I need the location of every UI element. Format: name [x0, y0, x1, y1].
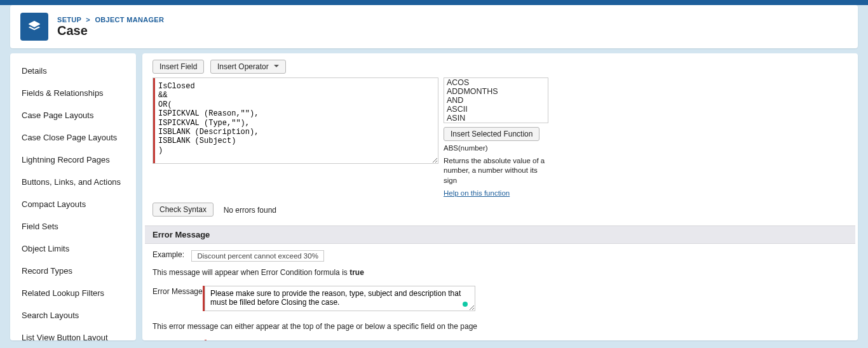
sidebar-item-lightning-pages[interactable]: Lightning Record Pages — [10, 149, 136, 171]
appear-note: This message will appear when Error Cond… — [145, 265, 855, 283]
function-item[interactable]: ADDMONTHS — [444, 87, 548, 96]
function-panel: ACOS ADDMONTHS AND ASCII ASIN Insert Sel… — [444, 77, 548, 197]
sidebar-item-related-lookup[interactable]: Related Lookup Filters — [10, 282, 136, 304]
help-on-function-link[interactable]: Help on this function — [444, 189, 510, 197]
object-icon — [20, 13, 48, 41]
syntax-result: No errors found — [224, 206, 276, 215]
sidebar-item-fields[interactable]: Fields & Relationships — [10, 82, 136, 104]
formula-toolbar: Insert Field Insert Operator — [145, 56, 855, 77]
required-indicator — [153, 78, 155, 163]
breadcrumb: SETUP > OBJECT MANAGER — [57, 16, 164, 23]
function-item[interactable]: AND — [444, 96, 548, 105]
error-message-label: Error Message — [153, 286, 205, 296]
sidebar-item-details[interactable]: Details — [10, 60, 136, 82]
layers-icon — [27, 20, 41, 34]
sidebar-item-listview-button[interactable]: List View Button Layout — [10, 326, 136, 340]
required-indicator — [203, 286, 205, 311]
app-top-bar — [0, 0, 868, 5]
example-label: Example: — [153, 250, 184, 259]
sidebar: Details Fields & Relationships Case Page… — [10, 53, 136, 340]
function-signature: ABS(number) — [444, 144, 548, 154]
sidebar-item-compact-layouts[interactable]: Compact Layouts — [10, 193, 136, 215]
error-location-label: Error Location — [153, 340, 205, 340]
sidebar-item-record-types[interactable]: Record Types — [10, 260, 136, 282]
sidebar-item-buttons-links[interactable]: Buttons, Links, and Actions — [10, 171, 136, 193]
insert-field-button[interactable]: Insert Field — [153, 60, 204, 74]
required-indicator — [205, 340, 207, 340]
main-panel: Insert Field Insert Operator ACOS ADDMON… — [142, 53, 858, 340]
formula-textarea[interactable] — [153, 77, 438, 164]
function-item[interactable]: ASIN — [444, 114, 548, 123]
sidebar-item-case-page-layouts[interactable]: Case Page Layouts — [10, 104, 136, 126]
function-item[interactable]: ASCII — [444, 105, 548, 114]
breadcrumb-separator: > — [83, 16, 93, 23]
page-header: SETUP > OBJECT MANAGER Case — [10, 5, 858, 48]
example-box: Discount percent cannot exceed 30% — [191, 250, 324, 262]
sidebar-item-search-layouts[interactable]: Search Layouts — [10, 304, 136, 326]
function-item[interactable]: ACOS — [444, 78, 548, 87]
grammar-suggestion-dot[interactable] — [463, 302, 468, 307]
error-message-textarea[interactable] — [205, 286, 475, 311]
appear-note-text: This message will appear when Error Cond… — [153, 268, 349, 277]
sidebar-item-case-close-layouts[interactable]: Case Close Page Layouts — [10, 126, 136, 149]
breadcrumb-setup[interactable]: SETUP — [57, 16, 81, 23]
appear-note-bold: true — [349, 268, 364, 277]
check-syntax-button[interactable]: Check Syntax — [153, 203, 214, 217]
location-note: This error message can either appear at … — [145, 319, 855, 337]
insert-selected-function-button[interactable]: Insert Selected Function — [444, 127, 539, 141]
sidebar-item-field-sets[interactable]: Field Sets — [10, 215, 136, 238]
insert-operator-button[interactable]: Insert Operator — [210, 60, 286, 74]
function-list[interactable]: ACOS ADDMONTHS AND ASCII ASIN — [444, 77, 548, 123]
function-description: Returns the absolute value of a number, … — [444, 156, 548, 186]
sidebar-item-object-limits[interactable]: Object Limits — [10, 238, 136, 260]
page-title: Case — [57, 23, 164, 38]
section-error-message: Error Message — [145, 225, 855, 244]
breadcrumb-object-manager[interactable]: OBJECT MANAGER — [95, 16, 164, 23]
formula-editor — [153, 77, 438, 166]
